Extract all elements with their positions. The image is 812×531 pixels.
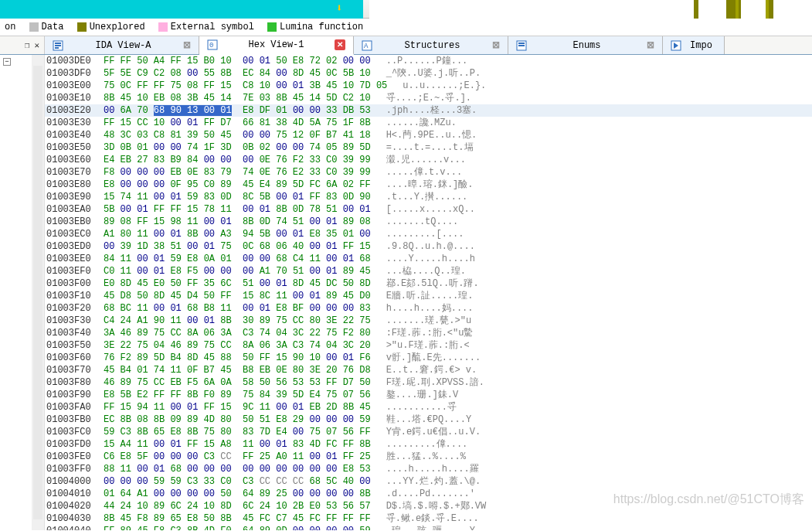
- hex-row[interactable]: 01003ED000 39 1D 38 51 00 01 75 0C 68 06…: [45, 240, 812, 253]
- hex-bytes[interactable]: 84 11 00 01 59 E8 0A 01 00 00 68 C4 11 0…: [104, 253, 371, 265]
- hex-row[interactable]: 01003EB089 08 FF 15 98 11 00 01 8B 0D 74…: [45, 216, 812, 228]
- tab-hex-view[interactable]: 0 Hex View-1 ✕: [199, 36, 354, 55]
- hex-row[interactable]: 01003E503D 0B 01 00 00 74 1F 3D 0B 02 00…: [45, 141, 812, 154]
- hex-address: 01003E20: [46, 104, 104, 117]
- hex-row[interactable]: 010040308B 45 F8 89 65 E8 50 8B 45 FC C7…: [45, 512, 812, 525]
- hex-bytes[interactable]: FF 89 45 F8 C3 8B 4D F0 64 89 0D 00 00 0…: [104, 525, 371, 530]
- hex-row[interactable]: 01003FF088 11 00 01 68 00 00 00 00 00 00…: [45, 463, 812, 475]
- hex-bytes[interactable]: FF 15 CC 10 00 01 FF D7 66 81 38 4D 5A 7…: [104, 117, 371, 129]
- hex-bytes[interactable]: 15 A4 11 00 01 FF 15 A8 11 00 01 83 4D F…: [104, 438, 371, 451]
- hex-row[interactable]: 01003FD015 A4 11 00 01 FF 15 A8 11 00 01…: [45, 438, 812, 451]
- hex-row[interactable]: 01003F403A 46 89 75 CC 8A 06 3A C3 74 04…: [45, 327, 812, 339]
- hex-row[interactable]: 01003F6076 F2 89 5D B4 8D 45 88 50 FF 15…: [45, 352, 812, 364]
- restore-window-icon[interactable]: ❐: [25, 40, 30, 50]
- hex-bytes[interactable]: 3E 22 75 04 46 89 75 CC 8A 06 3A C3 74 0…: [104, 339, 371, 352]
- hex-row[interactable]: 01003EA05B 00 01 FF FF 15 78 11 00 01 8B…: [45, 203, 812, 216]
- hex-row[interactable]: 01003F8046 89 75 CC EB F5 6A 0A 58 50 56…: [45, 376, 812, 389]
- navigation-overview[interactable]: ⬇: [0, 0, 812, 19]
- hex-bytes[interactable]: 48 3C 03 C8 81 39 50 45 00 00 75 12 0F B…: [104, 129, 371, 141]
- hex-address: 01003F50: [46, 339, 104, 352]
- tab-imports[interactable]: Impo: [663, 36, 725, 54]
- navigation-minimap[interactable]: [369, 0, 812, 19]
- hex-row[interactable]: 01004040FF 89 45 F8 C3 8B 4D F0 64 89 0D…: [45, 525, 812, 530]
- hex-address: 01003E90: [46, 191, 104, 203]
- hex-row[interactable]: 0100402044 24 10 89 6C 24 10 8D 6C 24 10…: [45, 500, 812, 512]
- tab-structures[interactable]: A Structures ⊠: [354, 36, 508, 54]
- hex-row[interactable]: 01003F7045 B4 01 74 11 0F B7 45 B8 EB 0E…: [45, 364, 812, 376]
- gutter-scrollbar[interactable]: [32, 55, 44, 530]
- hex-bytes[interactable]: C6 E8 5F 00 00 00 C3 CC FF 25 A0 11 00 0…: [104, 451, 371, 463]
- hex-row[interactable]: 01003DE0FF FF 50 A4 FF 15 B0 10 00 01 50…: [45, 55, 812, 67]
- hex-bytes[interactable]: E8 00 00 00 0F 95 C0 89 45 E4 89 5D FC 6…: [104, 179, 371, 191]
- tab-close-icon[interactable]: ⊠: [183, 39, 191, 51]
- hex-row[interactable]: 0100400000 00 00 59 59 C3 33 C0 C3 CC CC…: [45, 475, 812, 488]
- hex-row[interactable]: 01003E9015 74 11 00 01 59 83 0D 8C 5B 00…: [45, 191, 812, 203]
- tab-close-icon[interactable]: ⊠: [647, 39, 654, 51]
- hex-row[interactable]: 01003DF05F 5E C9 C2 08 00 55 8B EC 84 00…: [45, 67, 812, 80]
- hex-row[interactable]: 01003F90E8 5B E2 FF FF 8B F0 89 75 84 39…: [45, 389, 812, 401]
- hex-bytes[interactable]: 45 B4 01 74 11 0F B7 45 B8 EB 0E 80 3E 2…: [104, 364, 371, 376]
- hex-bytes[interactable]: 45 D8 50 8D 45 D4 50 FF 15 8C 11 00 01 8…: [104, 290, 371, 302]
- hex-ascii: E牆.听.訨.....瑝.: [386, 290, 474, 302]
- hex-row[interactable]: 01003E60E4 EB 27 83 B9 84 00 00 00 0E 76…: [45, 154, 812, 166]
- fold-toggle-icon[interactable]: −: [3, 58, 11, 66]
- tab-close-icon[interactable]: ⊠: [492, 39, 500, 51]
- hex-row[interactable]: 01003FA0FF 15 94 11 00 01 FF 15 9C 11 00…: [45, 401, 812, 414]
- hex-bytes[interactable]: 5F 5E C9 C2 08 00 55 8B EC 84 00 8D 45 0…: [104, 67, 371, 80]
- hex-bytes[interactable]: A1 80 11 00 01 8B 00 A3 94 5B 00 01 E8 3…: [104, 228, 371, 240]
- tab-ida-view[interactable]: IDA View-A ⊠: [45, 36, 199, 54]
- hex-row[interactable]: 01003E70F8 00 00 00 EB 0E 83 79 74 0E 76…: [45, 166, 812, 179]
- hex-row[interactable]: 01003EC0A1 80 11 00 01 8B 00 A3 94 5B 00…: [45, 228, 812, 240]
- hex-bytes[interactable]: 46 89 75 CC EB F5 6A 0A 58 50 56 53 53 F…: [104, 376, 371, 389]
- hex-row[interactable]: 01003FE0C6 E8 5F 00 00 00 C3 CC FF 25 A0…: [45, 451, 812, 463]
- hex-bytes[interactable]: E4 EB 27 83 B9 84 00 00 00 0E 76 F2 33 C…: [104, 154, 371, 166]
- tab-enums[interactable]: Enums ⊠: [508, 36, 663, 54]
- hex-bytes[interactable]: 00 6A 70 68 90 13 00 01 E8 DF 01 00 00 3…: [104, 104, 371, 117]
- hex-bytes[interactable]: C4 24 A1 90 11 00 01 8B 30 89 75 CC 80 3…: [104, 315, 371, 327]
- hex-row[interactable]: 01003E0075 0C FF FF 75 08 FF 15 C8 10 00…: [45, 80, 812, 92]
- hex-bytes[interactable]: FF 15 94 11 00 01 FF 15 9C 11 00 01 EB 2…: [104, 401, 371, 414]
- hex-row[interactable]: 01003F503E 22 75 04 46 89 75 CC 8A 06 3A…: [45, 339, 812, 352]
- hex-row[interactable]: 01003EF0C0 11 00 01 E8 F5 00 00 00 A1 70…: [45, 265, 812, 277]
- hex-bytes[interactable]: 00 00 00 59 59 C3 33 C0 C3 CC CC CC 68 5…: [104, 475, 371, 488]
- svg-rect-1: [55, 43, 61, 44]
- hex-bytes[interactable]: 15 74 11 00 01 59 83 0D 8C 5B 00 01 FF 8…: [104, 191, 371, 203]
- hex-address: 01003FF0: [46, 463, 104, 475]
- hex-bytes[interactable]: 44 24 10 89 6C 24 10 8D 6C 24 10 2B E0 5…: [104, 500, 371, 512]
- hex-row[interactable]: 01003E108B 45 10 EB 08 3B 45 14 7E 03 8B…: [45, 92, 812, 104]
- hex-row[interactable]: 01003F30C4 24 A1 90 11 00 01 8B 30 89 75…: [45, 315, 812, 327]
- hex-row[interactable]: 01003F1045 D8 50 8D 45 D4 50 FF 15 8C 11…: [45, 290, 812, 302]
- hex-row[interactable]: 01003E2000 6A 70 68 90 13 00 01 E8 DF 01…: [45, 104, 812, 117]
- hex-row[interactable]: 01003FC059 C3 8B 65 E8 8B 75 80 83 7D E4…: [45, 426, 812, 438]
- hex-bytes[interactable]: C0 11 00 01 E8 F5 00 00 00 A1 70 51 00 0…: [104, 265, 371, 277]
- hex-bytes[interactable]: 88 11 00 01 68 00 00 00 00 00 00 00 00 0…: [104, 463, 371, 475]
- hex-bytes[interactable]: E8 5B E2 FF FF 8B F0 89 75 84 39 5D E4 7…: [104, 389, 371, 401]
- hex-bytes[interactable]: 75 0C FF FF 75 08 FF 15 C8 10 00 01 3B 4…: [104, 80, 387, 92]
- close-panel-icon[interactable]: ✕: [34, 40, 39, 50]
- hex-bytes[interactable]: E0 8D 45 E0 50 FF 35 6C 51 00 01 8D 45 D…: [104, 277, 371, 290]
- hex-bytes[interactable]: 89 08 FF 15 98 11 00 01 8B 0D 74 51 00 0…: [104, 216, 371, 228]
- hex-bytes[interactable]: 01 64 A1 00 00 00 00 50 64 89 25 00 00 0…: [104, 488, 371, 500]
- hex-bytes[interactable]: 8B 45 F8 89 65 E8 50 8B 45 FC C7 45 FC F…: [104, 512, 371, 525]
- hex-view[interactable]: 01003DE0FF FF 50 A4 FF 15 B0 10 00 01 50…: [45, 55, 812, 530]
- hex-row[interactable]: 0100401001 64 A1 00 00 00 00 50 64 89 25…: [45, 488, 812, 500]
- hex-bytes[interactable]: 8B 45 10 EB 08 3B 45 14 7E 03 8B 45 14 5…: [104, 92, 371, 104]
- hex-bytes[interactable]: EC 8B 08 8B 09 89 4D 80 50 51 E8 29 00 0…: [104, 414, 371, 426]
- hex-bytes[interactable]: 68 BC 11 00 01 68 B8 11 00 01 E8 BF 00 0…: [104, 302, 371, 315]
- hex-row[interactable]: 01003E30FF 15 CC 10 00 01 FF D7 66 81 38…: [45, 117, 812, 129]
- hex-row[interactable]: 01003E4048 3C 03 C8 81 39 50 45 00 00 75…: [45, 129, 812, 141]
- hex-row[interactable]: 01003F2068 BC 11 00 01 68 B8 11 00 01 E8…: [45, 302, 812, 315]
- hex-bytes[interactable]: 3D 0B 01 00 00 74 1F 3D 0B 02 00 00 74 0…: [104, 141, 371, 154]
- hex-bytes[interactable]: 5B 00 01 FF FF 15 78 11 00 01 8B 0D 78 5…: [104, 203, 371, 216]
- hex-bytes[interactable]: 59 C3 8B 65 E8 8B 75 80 83 7D E4 00 75 0…: [104, 426, 371, 438]
- hex-bytes[interactable]: FF FF 50 A4 FF 15 B0 10 00 01 50 E8 72 0…: [104, 55, 371, 67]
- hex-row[interactable]: 01003E80E8 00 00 00 0F 95 C0 89 45 E4 89…: [45, 179, 812, 191]
- hex-row[interactable]: 01003EE084 11 00 01 59 E8 0A 01 00 00 68…: [45, 253, 812, 265]
- hex-bytes[interactable]: 76 F2 89 5D B4 8D 45 88 50 FF 15 90 10 0…: [104, 352, 371, 364]
- hex-bytes[interactable]: 00 39 1D 38 51 00 01 75 0C 68 06 40 00 0…: [104, 240, 371, 253]
- hex-bytes[interactable]: F8 00 00 00 EB 0E 83 79 74 0E 76 E2 33 C…: [104, 166, 371, 179]
- tab-close-icon[interactable]: ✕: [335, 39, 345, 50]
- hex-bytes[interactable]: 3A 46 89 75 CC 8A 06 3A C3 74 04 3C 22 7…: [104, 327, 371, 339]
- hex-row[interactable]: 01003FB0EC 8B 08 8B 09 89 4D 80 50 51 E8…: [45, 414, 812, 426]
- hex-row[interactable]: 01003F00E0 8D 45 E0 50 FF 35 6C 51 00 01…: [45, 277, 812, 290]
